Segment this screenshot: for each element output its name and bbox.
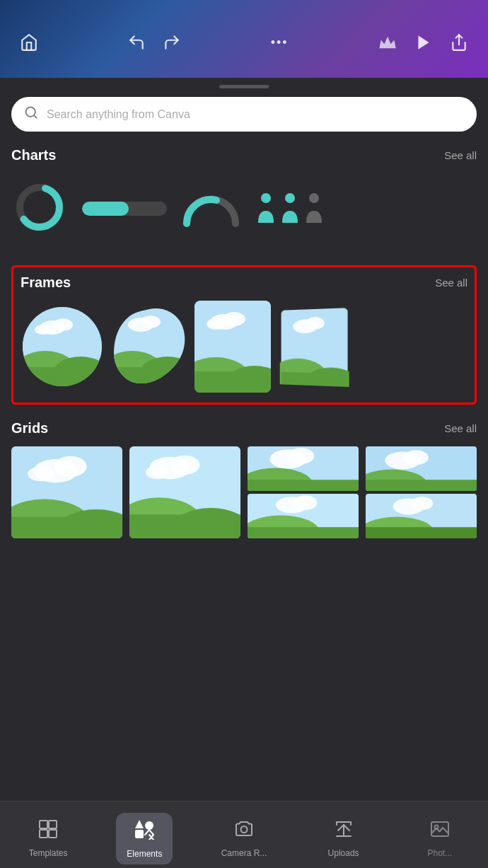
progress-chart[interactable] <box>82 202 167 216</box>
toolbar-left <box>20 33 38 52</box>
svg-rect-76 <box>49 830 57 838</box>
play-icon[interactable] <box>414 33 433 52</box>
svg-point-28 <box>207 318 225 330</box>
search-bar[interactable]: Search anything from Canva <box>11 97 477 132</box>
camera-label: Camera R... <box>221 848 267 858</box>
svg-rect-52 <box>129 514 240 538</box>
toolbar-center-left <box>127 33 181 52</box>
share-icon[interactable] <box>450 33 468 52</box>
main-content: Search anything from Canva Charts See al… <box>0 88 488 538</box>
svg-point-6 <box>261 193 271 203</box>
svg-rect-23 <box>111 367 187 388</box>
grid-thumb-3[interactable] <box>248 446 359 538</box>
svg-rect-38 <box>281 372 348 387</box>
svg-rect-73 <box>40 821 47 828</box>
nav-camera[interactable]: Camera R... <box>213 814 276 864</box>
more-icon[interactable]: ••• <box>271 35 289 50</box>
charts-see-all[interactable]: See all <box>444 149 477 161</box>
nav-elements[interactable]: Elements <box>116 813 173 864</box>
photos-icon <box>430 819 450 844</box>
grids-title: Grids <box>11 420 48 436</box>
svg-point-41 <box>54 456 87 477</box>
svg-rect-62 <box>248 527 359 538</box>
frames-title: Frames <box>21 274 71 291</box>
undo-icon[interactable] <box>127 33 146 52</box>
svg-point-27 <box>223 312 245 326</box>
frames-header: Frames See all <box>21 274 467 291</box>
svg-rect-25 <box>194 301 271 359</box>
nav-uploads[interactable]: Uploads <box>315 814 372 864</box>
uploads-label: Uploads <box>328 848 359 858</box>
svg-point-80 <box>240 826 247 833</box>
toolbar-center-right: ••• <box>271 35 289 50</box>
grid-thumb-4[interactable] <box>366 446 477 538</box>
grids-see-all[interactable]: See all <box>444 422 477 434</box>
svg-rect-17 <box>23 367 102 388</box>
svg-rect-31 <box>194 371 271 393</box>
elements-label: Elements <box>127 849 162 859</box>
svg-point-79 <box>145 821 153 830</box>
grids-header: Grids See all <box>11 420 477 436</box>
grids-row <box>11 446 477 538</box>
search-icon <box>24 105 38 123</box>
bottom-nav: Templates Elements <box>0 801 488 868</box>
svg-point-60 <box>294 495 317 510</box>
home-icon[interactable] <box>20 33 38 52</box>
svg-rect-33 <box>281 308 348 359</box>
donut-chart[interactable] <box>11 179 68 238</box>
templates-label: Templates <box>29 848 68 858</box>
people-chart[interactable] <box>255 191 325 226</box>
photos-label: Phot... <box>427 848 452 858</box>
camera-icon <box>234 819 254 844</box>
grid-thumb-1[interactable] <box>11 446 122 538</box>
svg-point-8 <box>309 193 319 203</box>
svg-point-48 <box>170 456 200 475</box>
charts-section: Charts See all <box>11 147 477 250</box>
templates-icon <box>38 819 58 844</box>
svg-point-65 <box>403 450 429 465</box>
uploads-icon <box>334 819 354 844</box>
frame-blob[interactable] <box>111 305 187 388</box>
crown-icon[interactable] <box>378 33 397 52</box>
svg-rect-74 <box>49 821 57 828</box>
svg-point-70 <box>411 497 433 510</box>
charts-header: Charts See all <box>11 147 477 163</box>
svg-line-3 <box>34 115 37 118</box>
svg-point-14 <box>35 325 52 335</box>
grid-thumb-2[interactable] <box>129 446 240 538</box>
svg-point-20 <box>141 316 161 328</box>
charts-title: Charts <box>11 147 56 163</box>
svg-point-7 <box>285 193 295 203</box>
frame-slant[interactable] <box>278 308 349 386</box>
phone-body: Search anything from Canva Charts See al… <box>0 85 488 868</box>
svg-point-55 <box>288 448 315 464</box>
arc-chart[interactable] <box>181 188 241 230</box>
svg-marker-78 <box>135 820 144 828</box>
svg-rect-57 <box>248 480 359 491</box>
svg-rect-45 <box>11 517 122 538</box>
svg-point-42 <box>28 466 54 481</box>
frame-circle[interactable] <box>21 305 104 388</box>
svg-rect-82 <box>431 822 448 836</box>
toolbar-right <box>378 33 468 52</box>
top-toolbar: ••• <box>0 0 488 78</box>
svg-rect-67 <box>366 480 477 491</box>
nav-templates[interactable]: Templates <box>20 814 76 864</box>
svg-rect-77 <box>135 830 144 838</box>
search-placeholder-text: Search anything from Canva <box>47 108 190 121</box>
elements-icon <box>134 818 155 845</box>
svg-point-49 <box>146 465 169 479</box>
frames-see-all[interactable]: See all <box>435 277 467 289</box>
frame-rectangle[interactable] <box>194 301 271 393</box>
svg-marker-0 <box>418 35 429 50</box>
frames-section: Frames See all <box>11 265 477 405</box>
nav-photos[interactable]: Phot... <box>412 814 468 864</box>
redo-icon[interactable] <box>163 33 181 52</box>
charts-row <box>11 173 477 250</box>
grids-section: Grids See all <box>11 420 477 538</box>
svg-rect-75 <box>40 830 47 838</box>
frames-row <box>21 301 467 393</box>
svg-rect-72 <box>366 527 477 538</box>
svg-point-13 <box>53 318 73 331</box>
svg-rect-11 <box>23 307 102 358</box>
